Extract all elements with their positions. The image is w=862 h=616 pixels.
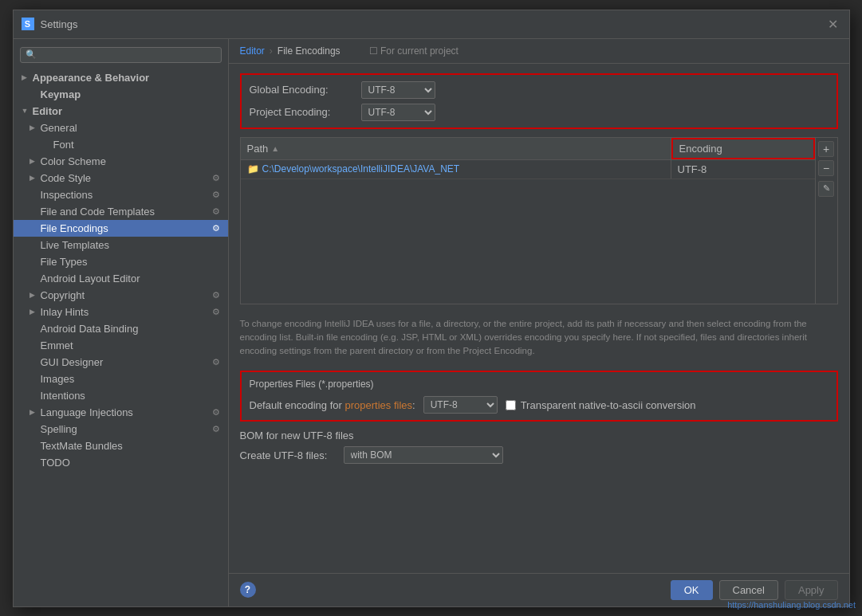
sidebar-item-font[interactable]: Font: [14, 136, 228, 153]
sidebar-item-spelling[interactable]: Spelling ⚙: [14, 421, 228, 437]
for-current-project-btn[interactable]: ☐ For current project: [369, 45, 459, 57]
sidebar-item-appearance[interactable]: ▶ Appearance & Behavior: [14, 69, 228, 86]
sidebar-item-label: General: [41, 122, 77, 134]
search-icon: 🔍: [26, 49, 37, 60]
sidebar-item-file-encodings[interactable]: File Encodings ⚙: [14, 220, 228, 237]
settings-icon: ⚙: [212, 357, 220, 367]
sidebar-item-label: Android Layout Editor: [41, 273, 140, 284]
dialog-title: Settings: [41, 18, 78, 30]
chevron-icon: ▶: [30, 124, 37, 131]
sidebar-item-code-style[interactable]: ▶ Code Style ⚙: [14, 170, 228, 186]
folder-icon: 📁: [247, 163, 259, 175]
help-button[interactable]: ?: [240, 582, 256, 598]
sidebar-item-gui-designer[interactable]: GUI Designer ⚙: [14, 354, 228, 371]
table-main: Path ▲ Encoding 📁: [241, 138, 815, 304]
cell-encoding: UTF-8: [671, 160, 815, 179]
properties-encoding-label: Default encoding for properties files:: [250, 399, 415, 411]
sidebar-item-editor[interactable]: ▼ Editor: [14, 103, 228, 120]
global-encoding-select[interactable]: UTF-8 UTF-16 ISO-8859-1: [361, 81, 435, 99]
encoding-col-label: Encoding: [679, 143, 722, 155]
transparent-conversion-checkbox[interactable]: [506, 400, 516, 410]
sidebar-item-inspections[interactable]: Inspections ⚙: [14, 186, 228, 203]
sidebar-item-file-code-templates[interactable]: File and Code Templates ⚙: [14, 203, 228, 220]
title-bar: S Settings ✕: [14, 10, 849, 39]
sidebar-item-images[interactable]: Images: [14, 371, 228, 387]
col-header-path: Path ▲: [241, 138, 671, 159]
sidebar-item-file-types[interactable]: File Types: [14, 253, 228, 270]
breadcrumb-parent[interactable]: Editor: [240, 45, 265, 57]
sidebar-item-general[interactable]: ▶ General: [14, 120, 228, 136]
breadcrumb-current: File Encodings: [277, 45, 340, 57]
properties-section-header: Properties Files (*.properties): [250, 379, 829, 390]
sidebar-item-label: TextMate Bundles: [41, 440, 123, 452]
sidebar-item-intentions[interactable]: Intentions: [14, 387, 228, 404]
sort-arrow-icon: ▲: [271, 144, 279, 153]
sidebar-item-textmate-bundles[interactable]: TextMate Bundles: [14, 437, 228, 454]
bom-section: BOM for new UTF-8 files Create UTF-8 fil…: [240, 430, 838, 464]
project-encoding-select[interactable]: UTF-8 UTF-16 ISO-8859-1: [361, 104, 435, 121]
settings-dialog: S Settings ✕ 🔍 ▶ Appearance & Behavior K…: [13, 10, 850, 607]
sidebar-item-android-layout-editor[interactable]: Android Layout Editor: [14, 270, 228, 287]
content-area: 🔍 ▶ Appearance & Behavior Keymap ▼ Edito…: [14, 39, 849, 606]
app-icon: S: [22, 18, 34, 30]
settings-icon: ⚙: [212, 407, 220, 418]
sidebar-item-label: Emmet: [41, 339, 73, 351]
chevron-icon: ▶: [30, 308, 37, 316]
sidebar-item-label: Android Data Binding: [41, 323, 139, 335]
bom-row: Create UTF-8 files: with BOM without BOM: [240, 446, 838, 464]
sidebar-item-live-templates[interactable]: Live Templates: [14, 237, 228, 253]
sidebar-item-label: Code Style: [41, 172, 92, 184]
chevron-icon: ▶: [30, 174, 37, 182]
sidebar-item-label: Copyright: [41, 289, 85, 301]
sidebar-item-android-data-binding[interactable]: Android Data Binding: [14, 320, 228, 337]
table-header: Path ▲ Encoding: [241, 138, 815, 160]
sidebar-item-inlay-hints[interactable]: ▶ Inlay Hints ⚙: [14, 304, 228, 320]
remove-row-button[interactable]: −: [818, 160, 834, 176]
sidebar-item-label: Inlay Hints: [41, 306, 89, 318]
breadcrumb: Editor › File Encodings ☐ For current pr…: [229, 39, 849, 64]
project-encoding-row: Project Encoding: UTF-8 UTF-16 ISO-8859-…: [250, 104, 829, 121]
path-col-label: Path: [247, 143, 269, 155]
sidebar-item-language-injections[interactable]: ▶ Language Injections ⚙: [14, 404, 228, 421]
settings-icon: ⚙: [212, 190, 220, 200]
ok-button[interactable]: OK: [671, 580, 713, 600]
info-text: To change encoding IntelliJ IDEA uses fo…: [240, 312, 838, 363]
apply-button[interactable]: Apply: [785, 580, 838, 600]
sidebar-item-label: File Encodings: [41, 222, 108, 234]
bom-section-header: BOM for new UTF-8 files: [240, 430, 838, 441]
close-button[interactable]: ✕: [825, 17, 841, 32]
cancel-button[interactable]: Cancel: [719, 580, 778, 600]
search-box[interactable]: 🔍: [20, 47, 222, 63]
sidebar-item-label: Inspections: [41, 189, 93, 201]
path-text: C:\Develop\workspace\IntelliJIDEA\JAVA_N…: [262, 163, 460, 175]
sidebar-item-label: Keymap: [41, 88, 81, 100]
chevron-icon: ▶: [22, 73, 30, 81]
properties-label-highlight: properties files: [344, 399, 412, 411]
sidebar-item-label: Language Injections: [41, 406, 133, 418]
global-project-encoding-section: Global Encoding: UTF-8 UTF-16 ISO-8859-1…: [240, 73, 838, 129]
sidebar-item-label: Color Scheme: [41, 155, 106, 167]
properties-encoding-row: Default encoding for properties files: U…: [250, 396, 829, 414]
add-row-button[interactable]: +: [818, 141, 834, 157]
sidebar-item-color-scheme[interactable]: ▶ Color Scheme: [14, 153, 228, 170]
bom-create-select[interactable]: with BOM without BOM: [344, 446, 503, 464]
settings-icon: ⚙: [212, 290, 220, 300]
sidebar-item-label: Editor: [33, 105, 63, 117]
edit-row-button[interactable]: ✎: [818, 181, 834, 197]
search-input[interactable]: [40, 49, 216, 61]
sidebar-item-emmet[interactable]: Emmet: [14, 337, 228, 354]
sidebar-item-label: Intentions: [41, 390, 85, 402]
action-buttons: OK Cancel Apply: [671, 580, 838, 600]
bom-create-label: Create UTF-8 files:: [240, 449, 336, 461]
sidebar-item-keymap[interactable]: Keymap: [14, 86, 228, 103]
table-row[interactable]: 📁 C:\Develop\workspace\IntelliJIDEA\JAVA…: [241, 160, 815, 179]
properties-encoding-select[interactable]: UTF-8 UTF-16 ISO-8859-1: [423, 396, 498, 414]
main-content: Global Encoding: UTF-8 UTF-16 ISO-8859-1…: [229, 64, 849, 573]
sidebar-item-todo[interactable]: TODO: [14, 454, 228, 471]
col-header-encoding: Encoding: [671, 138, 815, 159]
transparent-conversion-label: Transparent native-to-ascii conversion: [521, 399, 696, 411]
sidebar-item-copyright[interactable]: ▶ Copyright ⚙: [14, 287, 228, 304]
sidebar: 🔍 ▶ Appearance & Behavior Keymap ▼ Edito…: [14, 39, 229, 606]
chevron-icon: ▶: [30, 408, 37, 416]
settings-icon: ⚙: [212, 307, 220, 317]
